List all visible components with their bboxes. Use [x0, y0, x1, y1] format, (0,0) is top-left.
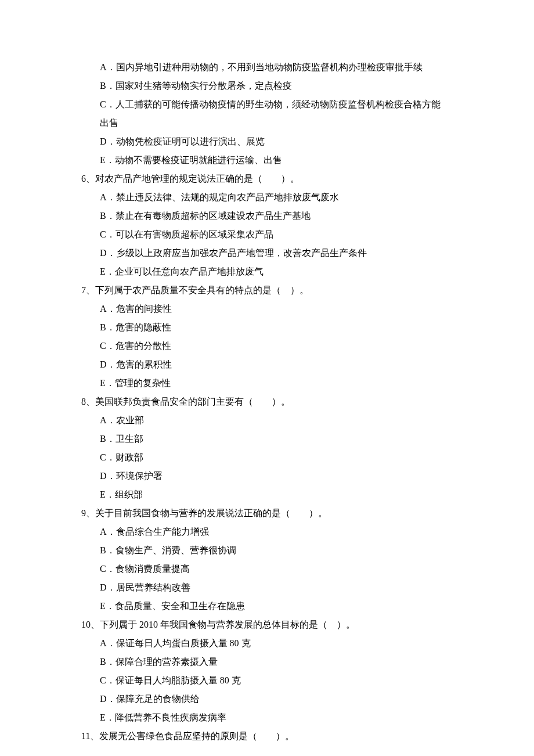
option-text: B．禁止在有毒物质超标的区域建设农产品生产基地: [81, 207, 453, 225]
option-text: B．危害的隐蔽性: [81, 318, 453, 337]
option-text: A．危害的间接性: [81, 300, 453, 318]
option-text: C．食物消费质量提高: [81, 560, 453, 578]
question-text: 8、美国联邦负责食品安全的部门主要有（ ）。: [81, 393, 453, 411]
option-text: B．卫生部: [81, 430, 453, 448]
option-text: E．企业可以任意向农产品产地排放废气: [81, 262, 453, 281]
option-text: E．管理的复杂性: [81, 374, 453, 393]
option-text: B．食物生产、消费、营养很协调: [81, 541, 453, 560]
question-text: 11、发展无公害绿色食品应坚持的原则是（ ）。: [81, 727, 453, 746]
question-text: 6、对农产品产地管理的规定说法正确的是（ ）。: [81, 170, 453, 188]
option-text: C．可以在有害物质超标的区域采集农产品: [81, 225, 453, 244]
option-text: A．保证每日人均蛋白质摄入量 80 克: [81, 634, 453, 653]
option-text: B．保障合理的营养素摄入量: [81, 653, 453, 671]
option-text: E．动物不需要检疫证明就能进行运输、出售: [81, 151, 453, 170]
option-text: E．降低营养不良性疾病发病率: [81, 708, 453, 727]
option-text: C．危害的分散性: [81, 337, 453, 355]
option-text: D．动物凭检疫证明可以进行演出、展览: [81, 132, 453, 151]
option-text: A．食品综合生产能力增强: [81, 523, 453, 541]
option-text: E．食品质量、安全和卫生存在隐患: [81, 597, 453, 615]
question-text: 9、关于目前我国食物与营养的发展说法正确的是（ ）。: [81, 504, 453, 523]
option-text: B．国家对生猪等动物实行分散屠杀，定点检疫: [81, 77, 453, 95]
option-text: D．保障充足的食物供给: [81, 690, 453, 708]
option-text: D．危害的累积性: [81, 355, 453, 374]
option-text: D．环境保护署: [81, 467, 453, 485]
document-page: A．国内异地引进种用动物的，不用到当地动物防疫监督机构办理检疫审批手续B．国家对…: [0, 0, 534, 756]
option-text: C．人工捕获的可能传播动物疫情的野生动物，须经动物防疫监督机构检疫合格方能: [81, 95, 453, 114]
option-text: A．农业部: [81, 411, 453, 430]
question-text: 10、下列属于 2010 年我国食物与营养发展的总体目标的是（ ）。: [81, 615, 453, 634]
option-text: 出售: [81, 114, 453, 132]
option-text: D．居民营养结构改善: [81, 578, 453, 597]
question-text: 7、下列属于农产品质量不安全具有的特点的是（ ）。: [81, 281, 453, 300]
option-text: A．禁止违反法律、法规的规定向农产品产地排放废气废水: [81, 188, 453, 207]
option-text: C．保证每日人均脂肪摄入量 80 克: [81, 671, 453, 690]
option-text: C．财政部: [81, 448, 453, 467]
option-text: A．国内异地引进种用动物的，不用到当地动物防疫监督机构办理检疫审批手续: [81, 58, 453, 77]
option-text: E．组织部: [81, 485, 453, 504]
option-text: D．乡级以上政府应当加强农产品产地管理，改善农产品生产条件: [81, 244, 453, 262]
